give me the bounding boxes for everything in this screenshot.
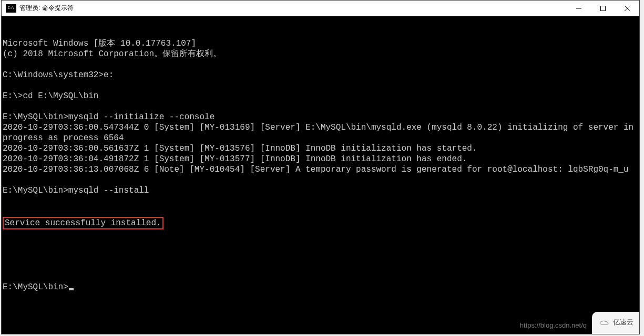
current-prompt-line: E:\MySQL\bin> [3,282,638,292]
maximize-button[interactable] [591,1,615,16]
minimize-icon [576,6,581,11]
terminal-line [3,101,638,112]
terminal-line [3,175,638,185]
titlebar[interactable]: C:\ 管理员: 命令提示符 [2,1,639,16]
cloud-icon [598,319,611,327]
terminal-line: E:\>cd E:\MySQL\bin [3,91,638,101]
window-title: 管理员: 命令提示符 [19,4,74,13]
cmd-icon: C:\ [6,4,16,13]
brand-badge: 亿速云 [592,312,639,334]
terminal-line: E:\MySQL\bin>mysqld --initialize --conso… [3,112,638,122]
terminal-line [3,250,638,261]
prompt-text: E:\MySQL\bin> [3,282,68,292]
brand-text: 亿速云 [613,318,633,328]
terminal-line: E:\MySQL\bin>mysqld --install [3,185,638,196]
terminal-line: 2020-10-29T03:36:13.007068Z 6 [Note] [MY… [3,164,638,175]
terminal-line: 2020-10-29T03:36:00.547344Z 0 [System] [… [3,122,638,143]
terminal-line: 2020-10-29T03:36:00.561637Z 1 [System] [… [3,143,638,154]
terminal-line: (c) 2018 Microsoft Corporation。保留所有权利。 [3,49,638,59]
watermark-url: https://blog.csdn.net/q [520,320,587,331]
maximize-icon [600,6,606,11]
minimize-button[interactable] [567,1,591,16]
close-icon [625,6,630,11]
terminal-line [3,59,638,70]
close-button[interactable] [615,1,639,16]
terminal-line: 2020-10-29T03:36:04.491872Z 1 [System] [… [3,154,638,164]
cursor [69,288,74,290]
svg-rect-1 [601,6,606,10]
terminal-line [3,80,638,91]
terminal-line: Microsoft Windows [版本 10.0.17763.107] [3,38,638,49]
highlighted-output: Service successfully installed. [3,217,163,229]
terminal-output[interactable]: Microsoft Windows [版本 10.0.17763.107](c)… [2,16,639,334]
cmd-window: C:\ 管理员: 命令提示符 Microsoft Windows [版本 10.… [1,0,640,334]
terminal-line: C:\Windows\system32>e: [3,70,638,80]
